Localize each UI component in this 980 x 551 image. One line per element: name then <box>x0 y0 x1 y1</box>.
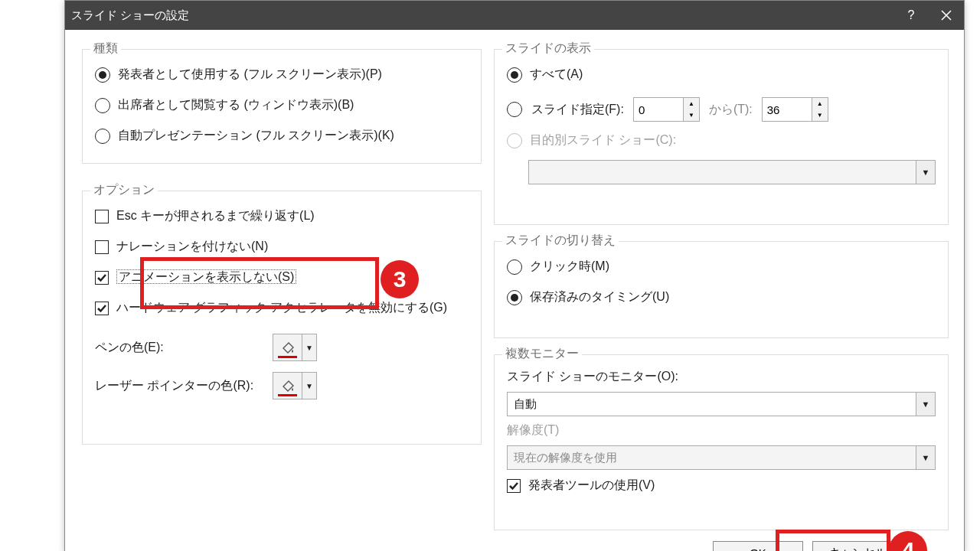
ok-button[interactable]: OK <box>713 541 803 551</box>
radio-browse[interactable]: 出席者として閲覧する (ウィンドウ表示)(B) <box>95 97 354 113</box>
chevron-down-icon: ▼ <box>916 393 935 416</box>
checkbox-label: ハードウェア グラフィック アクセラレータを無効にする(G) <box>116 300 447 316</box>
radio-label: 出席者として閲覧する (ウィンドウ表示)(B) <box>118 97 354 113</box>
radio-slide-range[interactable]: スライド指定(F): ▲▼ から(T): ▲▼ <box>507 97 828 122</box>
pen-color-row: ペンの色(E): ▼ <box>95 334 317 361</box>
radio-label: すべて(A) <box>530 67 583 83</box>
monitor-combo[interactable]: 自動 ▼ <box>507 392 936 416</box>
radio-icon <box>507 259 522 275</box>
radio-all-slides[interactable]: すべて(A) <box>507 67 583 83</box>
combo-text: 現在の解像度を使用 <box>508 446 916 469</box>
checkbox-label: 発表者ツールの使用(V) <box>528 478 655 494</box>
group-monitors: 複数モニター スライド ショーのモニター(O): 自動 ▼ 解像度(T) 現在の… <box>494 354 949 530</box>
custom-show-combo: ▼ <box>528 160 936 184</box>
radio-label: 発表者として使用する (フル スクリーン表示)(P) <box>118 67 382 83</box>
checkbox-label: アニメーションを表示しない(S) <box>116 269 296 285</box>
radio-label: 自動プレゼンテーション (フル スクリーン表示)(K) <box>118 128 394 144</box>
radio-use-timings[interactable]: 保存済みのタイミング(U) <box>507 289 669 305</box>
chevron-down-icon: ▼ <box>916 446 935 469</box>
monitor-label: スライド ショーのモニター(O): <box>507 369 678 385</box>
checkbox-presenter-view[interactable]: 発表者ツールの使用(V) <box>507 478 655 494</box>
resolution-combo: 現在の解像度を使用 ▼ <box>507 445 936 470</box>
pen-color-label: ペンの色(E): <box>95 340 265 356</box>
checkbox-icon <box>95 271 109 285</box>
group-title-type: 種類 <box>90 41 121 57</box>
checkbox-icon <box>507 479 521 493</box>
radio-custom-show: 目的別スライド ショー(C): <box>507 132 676 148</box>
dialog-content: 種類 発表者として使用する (フル スクリーン表示)(P) 出席者として閲覧する… <box>65 30 964 551</box>
group-title-slides: スライドの表示 <box>502 41 594 57</box>
titlebar: スライド ショーの設定 ? <box>65 1 964 30</box>
group-advance-slides: スライドの切り替え クリック時(M) 保存済みのタイミング(U) <box>494 241 949 338</box>
checkbox-disable-hw-accel[interactable]: ハードウェア グラフィック アクセラレータを無効にする(G) <box>95 300 447 316</box>
radio-icon <box>507 133 522 148</box>
checkbox-label: ナレーションを付けない(N) <box>116 239 268 255</box>
resolution-label-row: 解像度(T) <box>507 422 559 439</box>
radio-icon <box>95 67 110 83</box>
checkbox-icon <box>95 210 109 223</box>
to-label: から(T): <box>709 102 753 118</box>
to-spinner[interactable]: ▲▼ <box>762 97 828 122</box>
resolution-combo-row: 現在の解像度を使用 ▼ <box>507 445 936 470</box>
resolution-label: 解像度(T) <box>507 422 559 439</box>
chevron-down-icon: ▼ <box>302 334 316 360</box>
radio-icon <box>507 290 522 305</box>
group-title-options: オプション <box>90 182 158 198</box>
spin-up-button[interactable]: ▲ <box>684 98 699 109</box>
radio-icon <box>95 98 110 113</box>
radio-icon <box>507 102 522 117</box>
monitor-label-row: スライド ショーのモニター(O): <box>507 369 678 385</box>
paint-bucket-icon <box>273 334 302 360</box>
checkbox-loop-esc[interactable]: Esc キーが押されるまで繰り返す(L) <box>95 208 315 224</box>
paint-bucket-icon <box>273 373 302 399</box>
combo-text: 自動 <box>508 393 916 416</box>
laser-color-picker[interactable]: ▼ <box>273 372 317 399</box>
custom-show-label: 目的別スライド ショー(C): <box>530 132 676 148</box>
radio-manual-advance[interactable]: クリック時(M) <box>507 259 609 275</box>
radio-label: クリック時(M) <box>530 259 609 275</box>
radio-kiosk[interactable]: 自動プレゼンテーション (フル スクリーン表示)(K) <box>95 128 394 144</box>
checkbox-no-narration[interactable]: ナレーションを付けない(N) <box>95 239 268 255</box>
dialog-title: スライド ショーの設定 <box>71 8 189 23</box>
laser-color-label: レーザー ポインターの色(R): <box>95 378 265 394</box>
from-spinner[interactable]: ▲▼ <box>633 97 700 122</box>
spin-down-button[interactable]: ▼ <box>812 109 828 121</box>
group-show-type: 種類 発表者として使用する (フル スクリーン表示)(P) 出席者として閲覧する… <box>82 49 482 164</box>
custom-show-combo-row: ▼ <box>528 160 936 184</box>
from-label: スライド指定(F): <box>531 102 624 118</box>
from-input[interactable] <box>634 98 683 121</box>
radio-presenter[interactable]: 発表者として使用する (フル スクリーン表示)(P) <box>95 67 382 83</box>
group-options: オプション Esc キーが押されるまで繰り返す(L) ナレーションを付けない(N… <box>82 191 482 445</box>
group-title-advance: スライドの切り替え <box>502 233 619 249</box>
spin-up-button[interactable]: ▲ <box>812 98 828 109</box>
checkbox-label: Esc キーが押されるまで繰り返す(L) <box>116 208 315 224</box>
close-icon <box>941 10 952 21</box>
cancel-button[interactable]: キャンセル <box>812 541 903 551</box>
chevron-down-icon: ▼ <box>302 373 316 399</box>
to-input[interactable] <box>763 98 812 121</box>
checkbox-icon <box>95 240 109 254</box>
radio-icon <box>507 67 522 83</box>
group-title-monitors: 複数モニター <box>502 346 582 362</box>
chevron-down-icon: ▼ <box>916 161 935 184</box>
monitor-combo-row: 自動 ▼ <box>507 392 936 416</box>
spin-down-button[interactable]: ▼ <box>684 109 699 121</box>
radio-icon <box>95 129 110 144</box>
laser-color-row: レーザー ポインターの色(R): ▼ <box>95 372 317 399</box>
close-button[interactable] <box>929 1 964 30</box>
help-button[interactable]: ? <box>893 1 929 30</box>
group-show-slides: スライドの表示 すべて(A) スライド指定(F): ▲▼ から(T): ▲▼ <box>494 49 949 225</box>
combo-text <box>529 161 916 184</box>
radio-label: 保存済みのタイミング(U) <box>530 289 669 305</box>
checkbox-no-animation[interactable]: アニメーションを表示しない(S) <box>95 269 296 285</box>
checkbox-icon <box>95 302 109 315</box>
pen-color-picker[interactable]: ▼ <box>273 334 317 361</box>
slideshow-settings-dialog: スライド ショーの設定 ? 種類 発表者として使用する (フル スクリーン表示)… <box>64 0 965 551</box>
